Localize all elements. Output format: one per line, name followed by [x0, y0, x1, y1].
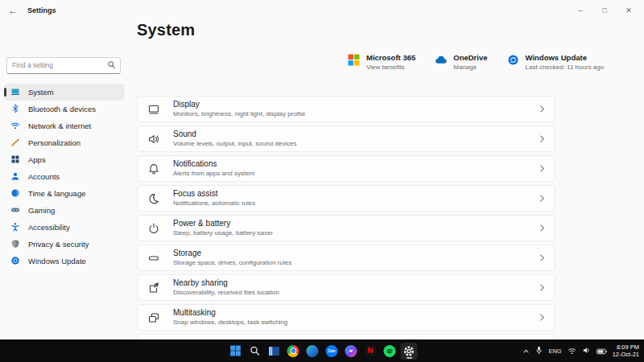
- settings-card-title: Focus assist: [173, 189, 255, 199]
- sidebar-item-network[interactable]: Network & internet: [4, 117, 125, 134]
- drive-icon: [147, 252, 160, 265]
- quick-cards-row: Microsoft 365 View benefits OneDrive Man…: [348, 53, 604, 72]
- tray-speaker-icon[interactable]: [582, 343, 591, 358]
- task-view-icon: [268, 346, 279, 356]
- onedrive-card[interactable]: OneDrive Manage: [435, 53, 487, 72]
- quick-card-title: OneDrive: [453, 53, 487, 63]
- settings-card-display[interactable]: Display Monitors, brightness, night ligh…: [137, 96, 555, 122]
- netflix-button[interactable]: N: [362, 343, 379, 360]
- page-title: System: [137, 21, 195, 39]
- messenger-button[interactable]: [343, 343, 360, 360]
- sidebar-item-label: System: [28, 88, 54, 97]
- netflix-icon: N: [365, 345, 376, 356]
- sidebar-item-accessibility[interactable]: Accessibility: [4, 219, 125, 236]
- sidebar-item-gaming[interactable]: Gaming: [4, 202, 125, 219]
- chevron-right-icon: [539, 194, 545, 203]
- quick-card-subtitle: View benefits: [366, 63, 415, 72]
- messenger-icon: [345, 345, 357, 357]
- settings-app-button[interactable]: [401, 343, 418, 360]
- chevron-right-icon: [539, 283, 545, 292]
- task-view-button[interactable]: [266, 343, 283, 360]
- quick-card-subtitle: Manage: [453, 63, 487, 72]
- settings-card-subtitle: Volume levels, output, input, sound devi…: [173, 140, 296, 148]
- edge-button[interactable]: [304, 343, 321, 360]
- settings-card-title: Nearby sharing: [173, 278, 279, 288]
- zalo-button[interactable]: Zalo: [324, 343, 341, 360]
- sidebar-item-privacy[interactable]: Privacy & security: [4, 236, 125, 253]
- system-laptop-icon: [10, 87, 20, 97]
- sidebar-item-label: Windows Update: [28, 257, 86, 265]
- settings-card-title: Multitasking: [173, 308, 287, 318]
- start-button[interactable]: [227, 343, 244, 360]
- close-button[interactable]: ✕: [623, 6, 634, 14]
- person-icon: [10, 171, 20, 181]
- sidebar-item-personalization[interactable]: Personalization: [4, 134, 125, 151]
- sidebar-item-system[interactable]: System: [4, 84, 125, 101]
- accessibility-person-icon: [10, 222, 20, 232]
- quick-card-title: Microsoft 365: [366, 53, 415, 63]
- edge-icon: [307, 345, 319, 357]
- sidebar-item-label: Apps: [28, 155, 46, 164]
- tray-wifi-icon[interactable]: [568, 343, 576, 358]
- settings-card-storage[interactable]: Storage Storage space, drives, configura…: [137, 245, 555, 271]
- tray-microphone-icon[interactable]: [535, 343, 543, 358]
- search-box: [6, 56, 121, 74]
- sidebar-item-label: Accessibility: [28, 223, 70, 232]
- sidebar-nav: System Bluetooth & devices Network & int…: [0, 84, 129, 269]
- settings-card-subtitle: Notifications, automatic rules: [173, 200, 255, 208]
- tray-chevron-up-icon[interactable]: [522, 343, 530, 358]
- spotify-button[interactable]: [382, 343, 398, 360]
- chevron-right-icon: [539, 313, 545, 322]
- sidebar-item-windows-update[interactable]: Windows Update: [4, 253, 125, 269]
- active-indicator: [4, 88, 6, 97]
- clock[interactable]: 8:09 PM 12-Oct-21: [613, 343, 639, 358]
- window-controls: – □ ✕: [575, 6, 644, 14]
- sidebar-item-time-language[interactable]: Time & language: [4, 185, 125, 202]
- maximize-button[interactable]: □: [599, 6, 610, 14]
- settings-card-title: Sound: [173, 130, 296, 139]
- quick-card-title: Windows Update: [526, 53, 605, 63]
- settings-window: ← Settings – □ ✕ System Bluetooth & devi…: [0, 0, 644, 362]
- settings-list: Display Monitors, brightness, night ligh…: [137, 96, 555, 339]
- windows-update-card[interactable]: Windows Update Last checked: 11 hours ag…: [507, 53, 605, 72]
- share-icon: [147, 282, 160, 294]
- taskbar-tray: ENG 8:09 PM 12-Oct-21: [522, 339, 639, 362]
- sidebar-item-label: Accounts: [28, 172, 60, 181]
- quick-card-subtitle: Last checked: 11 hours ago: [526, 63, 605, 72]
- sidebar-item-label: Network & internet: [28, 121, 91, 130]
- taskbar-search-button[interactable]: [246, 343, 263, 360]
- search-input[interactable]: [6, 57, 121, 74]
- settings-card-subtitle: Discoverability, received files location: [173, 289, 279, 297]
- tray-time: 8:09 PM: [613, 343, 639, 351]
- chrome-button[interactable]: [285, 343, 302, 360]
- settings-card-partial[interactable]: [137, 334, 555, 339]
- back-arrow-icon[interactable]: ←: [8, 5, 18, 16]
- sidebar-item-accounts[interactable]: Accounts: [4, 168, 125, 185]
- settings-card-multitasking[interactable]: Multitasking Snap windows, desktops, tas…: [137, 304, 555, 331]
- sidebar-item-apps[interactable]: Apps: [4, 151, 125, 168]
- chevron-right-icon: [539, 253, 545, 262]
- settings-card-notifications[interactable]: Notifications Alerts from apps and syste…: [137, 155, 555, 182]
- sidebar-item-label: Gaming: [28, 206, 55, 215]
- tray-date: 12-Oct-21: [613, 351, 639, 358]
- moon-icon: [147, 192, 160, 205]
- settings-card-subtitle: Monitors, brightness, night light, displ…: [173, 110, 305, 118]
- settings-card-sound[interactable]: Sound Volume levels, output, input, soun…: [137, 125, 555, 152]
- bluetooth-icon: [10, 104, 20, 113]
- settings-card-nearby-sharing[interactable]: Nearby sharing Discoverability, received…: [137, 274, 555, 301]
- settings-card-power-battery[interactable]: Power & battery Sleep, battery usage, ba…: [137, 215, 555, 241]
- sidebar-item-label: Personalization: [28, 138, 80, 147]
- sidebar: System Bluetooth & devices Network & int…: [0, 21, 129, 339]
- microsoft-365-card[interactable]: Microsoft 365 View benefits: [348, 53, 415, 72]
- tray-battery-icon[interactable]: [597, 343, 607, 358]
- settings-card-subtitle: Storage space, drives, configuration rul…: [173, 259, 291, 267]
- apps-grid-icon: [10, 154, 20, 164]
- clock-globe-icon: [10, 188, 20, 198]
- display-icon: [147, 103, 160, 116]
- minimize-button[interactable]: –: [575, 6, 586, 14]
- taskbar: Zalo N ENG 8:09 PM 12-Oct-21: [0, 339, 644, 362]
- windows-stack-icon: [147, 311, 160, 324]
- settings-card-focus-assist[interactable]: Focus assist Notifications, automatic ru…: [137, 185, 555, 212]
- language-indicator[interactable]: ENG: [548, 348, 561, 355]
- sidebar-item-bluetooth[interactable]: Bluetooth & devices: [4, 101, 125, 117]
